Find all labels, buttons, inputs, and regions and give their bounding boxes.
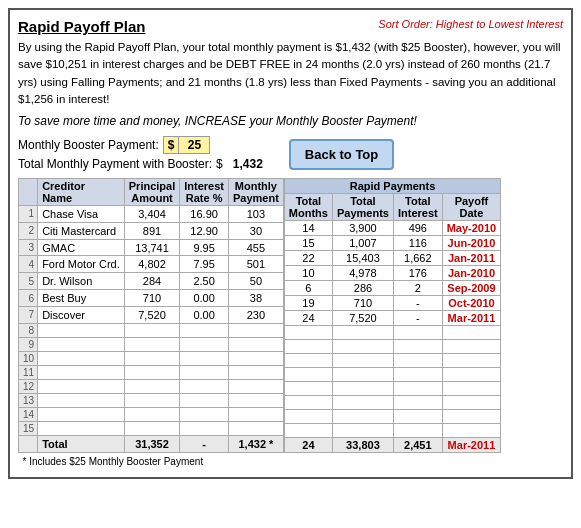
booster-label: Monthly Booster Payment:: [18, 138, 159, 152]
interest-rate: 9.95: [180, 239, 229, 256]
empty-row-num: 9: [19, 337, 38, 351]
total-label-cell: Total: [38, 435, 125, 452]
empty-rate: [180, 393, 229, 407]
interest-rate: 0.00: [180, 290, 229, 307]
empty-principal: [124, 407, 179, 421]
row-number: 6: [19, 290, 38, 307]
back-to-top-button[interactable]: Back to Top: [289, 139, 394, 170]
empty-principal: [124, 421, 179, 435]
total-value: 1,432: [227, 156, 269, 172]
principal-amount: 710: [124, 290, 179, 307]
empty-rapid-payments: [332, 326, 393, 340]
empty-table-row: 10: [19, 351, 284, 365]
empty-table-row: 8: [19, 323, 284, 337]
rapid-header-sub: TotalMonths TotalPayments TotalInterest …: [284, 194, 500, 221]
empty-rate: [180, 379, 229, 393]
interest-rate: 0.00: [180, 306, 229, 323]
empty-creditor: [38, 337, 125, 351]
empty-rapid-payments: [332, 354, 393, 368]
empty-table-row: 9: [19, 337, 284, 351]
payoff-date-header: PayoffDate: [442, 194, 501, 221]
total-rate: -: [180, 435, 229, 452]
rapid-table-row: 22 15,403 1,662 Jan-2011: [284, 251, 500, 266]
empty-monthly: [228, 323, 283, 337]
rapid-total-payments: 7,520: [332, 311, 393, 326]
rapid-total-interest: 116: [393, 236, 442, 251]
total-principal: 31,352: [124, 435, 179, 452]
rapid-footnote-blank: [284, 453, 500, 469]
empty-rapid-interest: [393, 368, 442, 382]
empty-rapid-months: [284, 340, 332, 354]
creditor-name: Citi Mastercard: [38, 222, 125, 239]
rapid-total-months: 6: [284, 281, 332, 296]
principal-amount: 891: [124, 222, 179, 239]
row-number: 5: [19, 273, 38, 290]
rapid-total-row: 24 33,803 2,451 Mar-2011: [284, 438, 500, 453]
empty-rate: [180, 323, 229, 337]
empty-row-num: 8: [19, 323, 38, 337]
table-row: 1 Chase Visa 3,404 16.90 103: [19, 206, 284, 223]
booster-labels: Monthly Booster Payment: $ 25 Total Mont…: [18, 136, 269, 172]
creditor-name: Dr. Wilson: [38, 273, 125, 290]
empty-rapid-months: [284, 424, 332, 438]
empty-principal: [124, 365, 179, 379]
booster-section: Monthly Booster Payment: $ 25 Total Mont…: [18, 136, 563, 172]
empty-creditor: [38, 323, 125, 337]
total-months-header: TotalMonths: [284, 194, 332, 221]
rapid-table-row: 19 710 - Oct-2010: [284, 296, 500, 311]
empty-monthly: [228, 337, 283, 351]
rapid-payoff-date: Jun-2010: [442, 236, 501, 251]
row-number: 3: [19, 239, 38, 256]
rapid-total-payments-total: 33,803: [332, 438, 393, 453]
empty-monthly: [228, 407, 283, 421]
empty-rapid-interest: [393, 382, 442, 396]
empty-rate: [180, 337, 229, 351]
empty-rapid-interest: [393, 340, 442, 354]
rapid-table-row: 24 7,520 - Mar-2011: [284, 311, 500, 326]
empty-rapid-payoff: [442, 340, 501, 354]
rapid-footnote-row: [284, 453, 500, 469]
empty-rapid-months: [284, 326, 332, 340]
booster-input-value[interactable]: 25: [179, 137, 209, 153]
row-num-header: [19, 179, 38, 206]
rapid-total-payments: 4,978: [332, 266, 393, 281]
empty-rapid-row: [284, 410, 500, 424]
rapid-total-payments: 15,403: [332, 251, 393, 266]
main-total-row: Total 31,352 - 1,432 *: [19, 435, 284, 452]
sort-order: Sort Order: Highest to Lowest Interest: [378, 18, 563, 30]
empty-rapid-payoff: [442, 424, 501, 438]
rapid-header-top: Rapid Payments: [284, 179, 500, 194]
empty-row-num: 14: [19, 407, 38, 421]
total-monthly-row: Total Monthly Payment with Booster: $ 1,…: [18, 156, 269, 172]
empty-rapid-interest: [393, 354, 442, 368]
main-table-header-row: CreditorName PrincipalAmount InterestRat…: [19, 179, 284, 206]
rapid-payoff-date: Mar-2011: [442, 311, 501, 326]
rapid-table-row: 15 1,007 116 Jun-2010: [284, 236, 500, 251]
description-text: By using the Rapid Payoff Plan, your tot…: [18, 39, 563, 108]
empty-rapid-months: [284, 354, 332, 368]
empty-rapid-payments: [332, 368, 393, 382]
monthly-payment-header: MonthlyPayment: [228, 179, 283, 206]
empty-table-row: 12: [19, 379, 284, 393]
empty-rapid-row: [284, 340, 500, 354]
empty-monthly: [228, 365, 283, 379]
monthly-payment: 230: [228, 306, 283, 323]
empty-rapid-row: [284, 396, 500, 410]
principal-amount: 13,741: [124, 239, 179, 256]
empty-row-num: 11: [19, 365, 38, 379]
empty-rapid-payoff: [442, 368, 501, 382]
rapid-total-months-total: 24: [284, 438, 332, 453]
empty-rapid-payments: [332, 382, 393, 396]
booster-input-box[interactable]: $ 25: [163, 136, 211, 154]
booster-dollar-sign: $: [164, 137, 180, 153]
total-interest-header: TotalInterest: [393, 194, 442, 221]
empty-creditor: [38, 407, 125, 421]
rapid-total-months: 24: [284, 311, 332, 326]
rapid-table-row: 6 286 2 Sep-2009: [284, 281, 500, 296]
creditor-name-header: CreditorName: [38, 179, 125, 206]
total-dollar: $: [216, 157, 223, 171]
table-row: 6 Best Buy 710 0.00 38: [19, 290, 284, 307]
rapid-total-months: 15: [284, 236, 332, 251]
rapid-payoff-date: Jan-2010: [442, 266, 501, 281]
rapid-total-interest-total: 2,451: [393, 438, 442, 453]
